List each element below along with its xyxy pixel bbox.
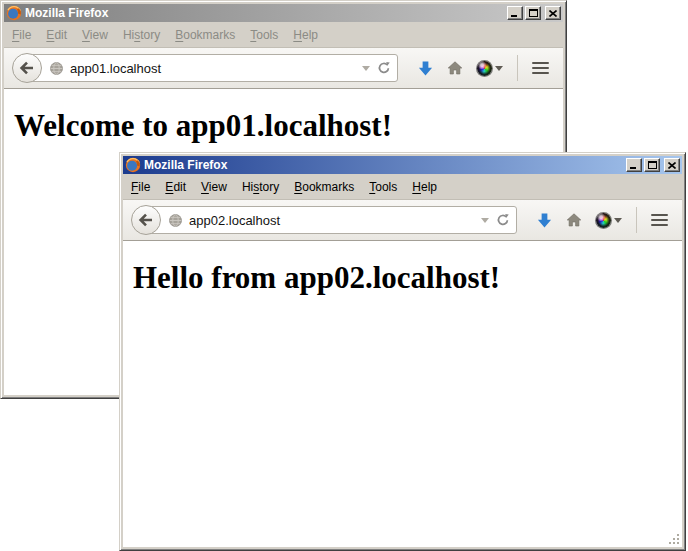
page-content: Hello from app02.localhost! [123,241,682,547]
menu-file[interactable]: File [131,180,150,194]
urlbar-dropdown-icon[interactable] [361,64,371,72]
back-button[interactable] [131,205,161,235]
page-heading: Hello from app02.localhost! [133,260,674,296]
menu-bookmarks[interactable]: Bookmarks [294,180,354,194]
minimize-button[interactable] [507,6,523,20]
navigation-toolbar: app01.localhost [4,47,563,89]
url-text[interactable]: app01.localhost [70,61,355,76]
window-controls [626,158,680,172]
resize-grip-icon[interactable] [668,533,681,546]
addon-color-sphere-button[interactable] [589,205,629,235]
window-controls [507,6,561,20]
menu-tools[interactable]: Tools [369,180,397,194]
title-bar[interactable]: Mozilla Firefox [123,156,682,174]
back-arrow-icon [19,60,35,76]
hamburger-icon [532,62,549,64]
menu-bookmarks[interactable]: Bookmarks [175,28,235,42]
back-arrow-icon [138,212,154,228]
site-identity-globe-icon[interactable] [49,61,64,76]
site-identity-globe-icon[interactable] [168,213,183,228]
page-heading: Welcome to app01.localhost! [14,108,555,144]
maximize-button[interactable] [644,158,660,172]
home-button[interactable] [559,205,589,235]
maximize-button[interactable] [525,6,541,20]
menu-history[interactable]: History [242,180,279,194]
menu-file[interactable]: File [12,28,31,42]
window-title: Mozilla Firefox [144,156,623,174]
menu-bar: File Edit View History Bookmarks Tools H… [4,22,563,47]
url-text[interactable]: app02.localhost [189,213,474,228]
urlbar-dropdown-icon[interactable] [480,216,490,224]
color-sphere-icon [477,61,492,76]
url-bar[interactable]: app02.localhost [146,206,517,234]
reload-icon[interactable] [377,61,391,75]
menu-help[interactable]: Help [412,180,437,194]
firefox-logo-icon [6,5,22,21]
reload-icon[interactable] [496,213,510,227]
chevron-down-icon [614,218,622,223]
title-bar[interactable]: Mozilla Firefox [4,4,563,22]
home-button[interactable] [440,53,470,83]
color-sphere-icon [596,213,611,228]
menu-edit[interactable]: Edit [165,180,186,194]
close-button[interactable] [545,6,561,20]
menu-hamburger-button[interactable] [644,205,674,235]
url-bar[interactable]: app01.localhost [27,54,398,82]
toolbar-separator [636,207,637,233]
menu-hamburger-button[interactable] [525,53,555,83]
downloads-button[interactable] [410,53,440,83]
menu-tools[interactable]: Tools [250,28,278,42]
toolbar-separator [517,55,518,81]
firefox-window-app02: Mozilla Firefox File Edit View History B… [119,152,686,551]
download-arrow-icon [417,60,434,77]
chevron-down-icon [495,66,503,71]
home-icon [447,60,463,76]
menu-view[interactable]: View [82,28,108,42]
downloads-button[interactable] [529,205,559,235]
window-title: Mozilla Firefox [25,4,504,22]
menu-help[interactable]: Help [293,28,318,42]
hamburger-icon [651,214,668,216]
firefox-logo-icon [125,157,141,173]
close-button[interactable] [664,158,680,172]
home-icon [566,212,582,228]
minimize-button[interactable] [626,158,642,172]
menu-edit[interactable]: Edit [46,28,67,42]
addon-color-sphere-button[interactable] [470,53,510,83]
menu-history[interactable]: History [123,28,160,42]
menu-bar: File Edit View History Bookmarks Tools H… [123,174,682,199]
download-arrow-icon [536,212,553,229]
back-button[interactable] [12,53,42,83]
navigation-toolbar: app02.localhost [123,199,682,241]
menu-view[interactable]: View [201,180,227,194]
